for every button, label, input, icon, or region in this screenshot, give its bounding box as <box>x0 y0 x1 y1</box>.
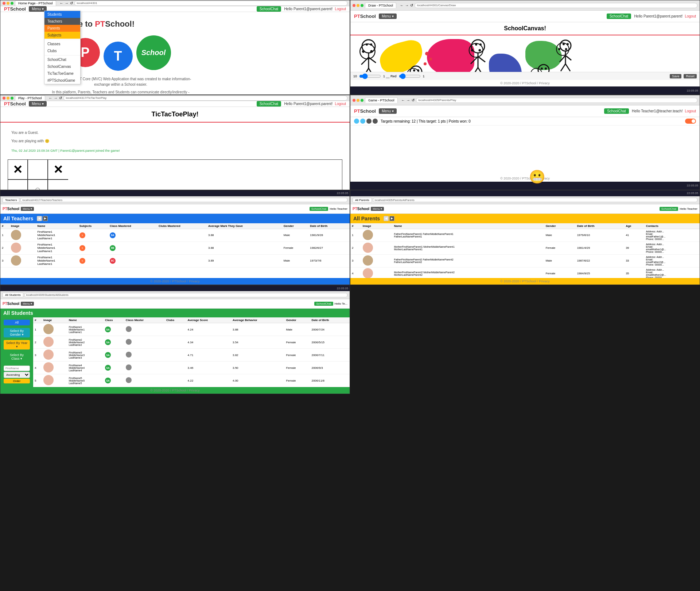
browser-tab-1[interactable]: Home Page - PTSchool <box>15 0 56 6</box>
schoolchat-button-3[interactable]: SchoolChat <box>257 101 281 107</box>
toggle-switch[interactable] <box>685 119 696 124</box>
filter-class-btn[interactable]: Select By Class ▾ <box>4 352 30 362</box>
circle-school: School <box>136 35 171 70</box>
taskbar-2: 22:05:35 <box>350 86 700 94</box>
logout-link-4[interactable]: Logout <box>685 109 696 113</box>
browser-tab-2[interactable]: Draw - PTSchool <box>365 3 396 8</box>
back-icon-1[interactable]: ← <box>60 1 63 5</box>
maximize-btn-4[interactable] <box>361 99 363 102</box>
save-button[interactable]: Save <box>670 74 682 78</box>
mini-schoolchat-6[interactable]: SchoolChat <box>660 207 678 211</box>
mini-schoolchat-5[interactable]: SchoolChat <box>310 207 328 211</box>
ttt-cell-11[interactable]: ○ <box>28 180 48 190</box>
menu-button-3[interactable]: Menu ▾ <box>29 101 47 107</box>
filter-year-btn[interactable]: Select By Year ▾ <box>4 340 30 349</box>
ttt-board[interactable]: ✕ ✕ ○ ○ <box>8 159 342 190</box>
mini-menu-6[interactable]: Menu ▾ <box>371 207 384 211</box>
mini-tab-5[interactable]: Teachers <box>3 198 19 202</box>
ttt-cell-10[interactable] <box>8 180 28 190</box>
canvas-drawing-area[interactable]: ⚇ ⚇ ⚇ ⚇ ⚇ <box>350 35 700 72</box>
minimize-btn-1[interactable] <box>7 2 9 5</box>
ttt-cell-12[interactable] <box>48 180 68 190</box>
teachers-prev[interactable]: ◀ <box>37 216 42 221</box>
filter-gender-btn[interactable]: Select By Gender ▾ <box>4 328 30 337</box>
back-icon-4[interactable]: ← <box>401 98 405 102</box>
filter-all-btn[interactable]: All <box>4 320 30 325</box>
maximize-btn-1[interactable] <box>11 2 13 5</box>
order-select[interactable]: Ascending Descending <box>4 372 30 378</box>
refresh-icon-4[interactable]: ↺ <box>412 98 415 102</box>
logout-link-2[interactable]: Logout <box>685 14 696 18</box>
mini-address-7[interactable]: localhost/#4305/Students/AllStudents <box>24 293 347 297</box>
td-subjects: S <box>78 229 108 242</box>
order-button[interactable]: Order <box>4 379 30 383</box>
dropdown-classes[interactable]: Classes <box>44 40 80 47</box>
schoolchat-button-4[interactable]: SchoolChat <box>604 108 629 114</box>
parents-next[interactable]: ▶ <box>389 216 394 221</box>
refresh-icon-2[interactable]: ↺ <box>410 3 413 7</box>
taskbar-time-4: 22:05:35 <box>687 184 698 187</box>
mini-menu-7[interactable]: Menu ▾ <box>21 302 34 306</box>
canvas-size-slider[interactable] <box>359 74 381 78</box>
mini-tab-6[interactable]: All Parents <box>353 198 372 202</box>
menu-button-2[interactable]: Menu ▾ <box>379 13 397 19</box>
close-btn-1[interactable] <box>3 2 5 5</box>
canvas-color-slider[interactable] <box>399 74 421 78</box>
table-row: 5 FirstName5MiddleName5LastName5 SA 4.22… <box>33 374 350 387</box>
dropdown-students[interactable]: Students <box>44 11 80 18</box>
address-bar-4[interactable]: localhost/#4305/Parents/Play <box>416 98 697 103</box>
minimize-btn-2[interactable] <box>357 4 359 7</box>
logout-link-1[interactable]: Logout <box>335 7 346 11</box>
browser-tab-4[interactable]: Game - PTSchool <box>365 97 398 103</box>
close-btn-2[interactable] <box>353 4 355 7</box>
mini-menu-5[interactable]: Menu ▾ <box>21 207 34 211</box>
minimize-btn-4[interactable] <box>357 99 359 102</box>
dropdown-teachers[interactable]: Teachers <box>44 18 80 25</box>
close-btn-3[interactable] <box>3 97 5 100</box>
reset-button[interactable]: Reset <box>684 74 697 78</box>
ttt-cell-01[interactable] <box>28 160 48 180</box>
dropdown-ptschoolgame[interactable]: #PTSchoolGame <box>44 77 80 84</box>
teachers-next[interactable]: ▶ <box>43 216 48 221</box>
forward-icon-3[interactable]: → <box>54 96 58 100</box>
maximize-btn-2[interactable] <box>361 4 363 7</box>
dropdown-subjects[interactable]: Subjects <box>44 32 80 39</box>
mini-address-6[interactable]: localhost/#4305/Parents/AllParents <box>373 198 697 202</box>
td-s-num: 4 <box>33 362 42 374</box>
dropdown-parents[interactable]: Parents <box>44 25 80 32</box>
close-btn-4[interactable] <box>353 99 355 102</box>
parents-prev[interactable]: ◀ <box>384 216 389 221</box>
browser-tab-3[interactable]: Play - PTSchool <box>15 95 45 101</box>
game-area[interactable]: 😬 💥 <box>350 125 700 150</box>
td-s-num: 5 <box>33 374 42 387</box>
refresh-icon-3[interactable]: ↺ <box>59 96 62 100</box>
menu-button-4[interactable]: Menu ▾ <box>379 108 397 114</box>
ttt-cell-00[interactable]: ✕ <box>8 160 28 180</box>
dropdown-tictactoe[interactable]: TicTacToeGame <box>44 70 80 77</box>
mini-address-5[interactable]: localhost/#4317/Teachers/Teachers <box>20 198 347 202</box>
refresh-icon-1[interactable]: ↺ <box>70 1 73 5</box>
td-gender: Female <box>282 242 308 254</box>
mini-tab-7[interactable]: All Students <box>3 293 23 297</box>
forward-icon-1[interactable]: → <box>65 1 69 5</box>
svg-line-3 <box>369 57 376 63</box>
forward-icon-4[interactable]: → <box>407 98 410 102</box>
minimize-btn-3[interactable] <box>7 97 9 100</box>
mini-schoolchat-7[interactable]: SchoolChat <box>314 302 333 306</box>
forward-icon-2[interactable]: → <box>405 3 409 7</box>
firstname-input[interactable] <box>4 366 30 371</box>
address-bar-2[interactable]: localhost/#4301/Canvas/Draw <box>415 3 697 8</box>
back-icon-3[interactable]: ← <box>49 96 52 100</box>
maximize-btn-3[interactable] <box>11 97 13 100</box>
ttt-cell-02[interactable]: ✕ <box>48 160 68 180</box>
address-bar-3[interactable]: localhost/#4317/TicTacToe/Play <box>63 96 347 101</box>
address-bar-1[interactable]: localhost/#4301 <box>74 1 347 6</box>
dropdown-schoolchat[interactable]: SchoolChat <box>44 56 80 63</box>
schoolchat-button-2[interactable]: SchoolChat <box>607 13 631 19</box>
logout-link-3[interactable]: Logout <box>335 102 346 106</box>
taskbar-4: 22:05:35 <box>350 182 700 190</box>
dropdown-schoolcanvas[interactable]: SchoolCanvas <box>44 63 80 70</box>
dropdown-clubs[interactable]: Clubs <box>44 47 80 54</box>
schoolchat-button-1[interactable]: SchoolChat <box>257 6 281 12</box>
back-icon-2[interactable]: ← <box>400 3 404 7</box>
